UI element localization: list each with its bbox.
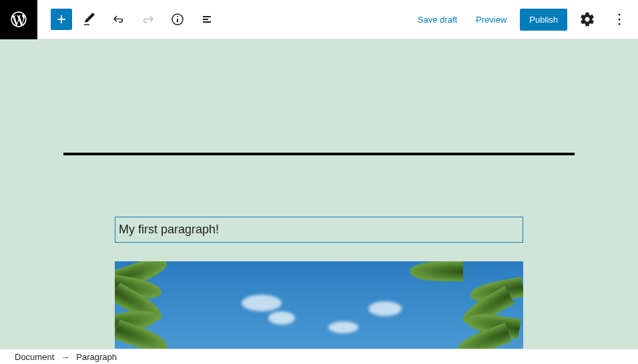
image-block[interactable] bbox=[115, 261, 523, 349]
title-placeholder-line[interactable] bbox=[63, 153, 575, 155]
paragraph-block[interactable]: My first paragraph! bbox=[115, 217, 523, 243]
wordpress-logo[interactable] bbox=[0, 0, 37, 39]
breadcrumb-root[interactable]: Document bbox=[15, 352, 54, 362]
editor-toolbar: Save draft Preview Publish bbox=[0, 0, 638, 39]
add-block-button[interactable] bbox=[51, 9, 72, 30]
svg-point-5 bbox=[619, 23, 621, 25]
redo-button[interactable] bbox=[136, 7, 160, 31]
save-draft-button[interactable]: Save draft bbox=[412, 9, 462, 30]
more-options-button[interactable] bbox=[607, 7, 631, 31]
edit-tool-button[interactable] bbox=[77, 7, 101, 31]
breadcrumb-bar: Document → Paragraph bbox=[0, 349, 638, 364]
undo-button[interactable] bbox=[107, 7, 131, 31]
svg-point-3 bbox=[619, 14, 621, 16]
publish-button[interactable]: Publish bbox=[520, 9, 567, 31]
info-button[interactable] bbox=[166, 7, 190, 31]
settings-button[interactable] bbox=[575, 7, 599, 31]
outline-button[interactable] bbox=[195, 7, 219, 31]
breadcrumb-current[interactable]: Paragraph bbox=[76, 352, 117, 362]
content-area: My first paragraph! bbox=[0, 39, 638, 349]
svg-point-2 bbox=[177, 16, 178, 17]
svg-point-4 bbox=[619, 19, 621, 21]
arrow-right-icon: → bbox=[61, 352, 69, 362]
toolbar-left-group bbox=[37, 7, 219, 31]
toolbar-right-group: Save draft Preview Publish bbox=[412, 7, 631, 31]
editor-canvas[interactable]: My first paragraph! bbox=[0, 39, 638, 349]
preview-button[interactable]: Preview bbox=[470, 9, 512, 30]
